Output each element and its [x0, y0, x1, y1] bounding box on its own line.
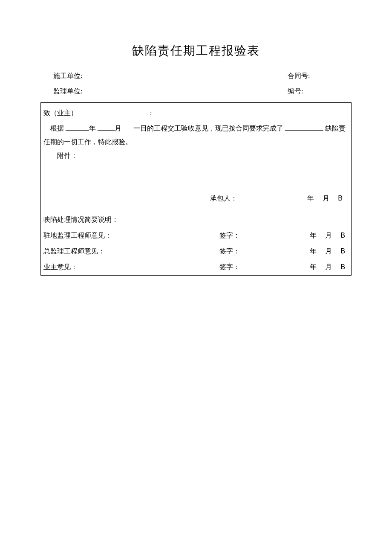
month-label: 月: [323, 192, 330, 205]
blank-project[interactable]: [285, 124, 323, 131]
attachment-label: 附件：: [57, 152, 78, 159]
line2-text: 任期的一切工作，特此报验。: [43, 138, 132, 145]
to-owner-label: 致（业主）: [43, 109, 78, 116]
header-row-2: 监理单位: 编号:: [40, 87, 352, 96]
year-label-3: 年: [310, 231, 317, 240]
page-title: 缺陷责任期工程报验表: [40, 43, 352, 59]
blank-month[interactable]: [98, 124, 115, 131]
sign-label-5: 签字：: [219, 263, 240, 272]
sign-label-4: 签字：: [219, 247, 240, 256]
year-label: 年: [307, 192, 315, 205]
construction-unit-label: 施工单位:: [53, 72, 288, 81]
contract-no-label: 合同号:: [288, 72, 339, 81]
section-chief-engineer: 总监理工程师意见： 签字： 年 月 B: [41, 244, 352, 259]
blank-owner-name-2[interactable]: [129, 108, 150, 115]
serial-no-label: 编号:: [288, 87, 339, 96]
section-defect-description: 映陷处理情况简要说明：: [41, 212, 352, 228]
header-row-1: 施工单位: 合同号:: [40, 72, 352, 81]
month-label-3: 月: [325, 231, 333, 240]
day-text: 一日的工程交工验收意见，现已按合同要求完成了: [133, 125, 283, 132]
b-label-3: B: [340, 232, 346, 239]
month-char: 月: [115, 125, 121, 132]
b-label: B: [338, 192, 343, 205]
supervision-unit-label: 监理单位:: [53, 87, 288, 96]
month-label-4: 月: [325, 247, 333, 256]
colon: :: [150, 109, 152, 116]
b-label-5: B: [340, 263, 346, 271]
contractor-label: 承包人：: [210, 192, 237, 205]
owner-signature-line: 签字： 年 月 B: [41, 263, 351, 272]
form-table: 致（业主）: 根据 年 月— 一日的工程交工验收意见，现已按合同要求完成了 缺陷…: [40, 102, 352, 276]
blank-year[interactable]: [66, 124, 89, 131]
sign-label-3: 签字：: [219, 231, 240, 240]
year-label-4: 年: [310, 247, 317, 256]
month-label-5: 月: [325, 263, 333, 272]
chief-engineer-signature-line: 签字： 年 月 B: [41, 247, 351, 256]
resident-engineer-signature-line: 签字： 年 月 B: [41, 231, 351, 240]
defect-description-heading: 映陷处理情况简要说明：: [43, 215, 349, 224]
section-to-owner: 致（业主）: 根据 年 月— 一日的工程交工验收意见，现已按合同要求完成了 缺陷…: [41, 103, 352, 212]
b-label-4: B: [340, 247, 346, 255]
section-owner-opinion: 业主意见： 签字： 年 月 B: [41, 259, 352, 276]
year-label-5: 年: [310, 263, 317, 272]
blank-owner-name[interactable]: [78, 108, 129, 115]
defect-resp-suffix: 缺陷责: [325, 125, 346, 132]
section-resident-engineer: 驻地监理工程师意见： 签字： 年 月 B: [41, 228, 352, 244]
contractor-signature-line: 承包人： 年 月 B: [43, 192, 349, 205]
basis-prefix: 根据: [50, 125, 64, 132]
year-char: 年: [89, 125, 96, 132]
